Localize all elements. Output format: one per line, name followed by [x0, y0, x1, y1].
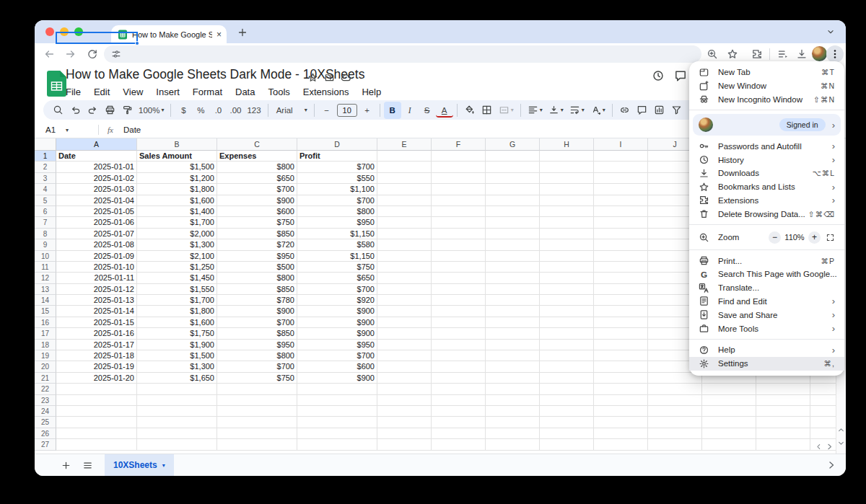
cell-F6[interactable]: [432, 206, 486, 217]
cell-D16[interactable]: $900: [297, 317, 377, 328]
cell-K27[interactable]: [702, 439, 756, 450]
cell-A1[interactable]: Date: [56, 151, 137, 162]
cell-F1[interactable]: [432, 151, 486, 162]
text-color-button[interactable]: A: [436, 105, 453, 118]
zoom-out-button[interactable]: −: [769, 231, 781, 244]
sheets-menu-data[interactable]: Data: [229, 86, 261, 99]
cell-G8[interactable]: [486, 229, 540, 239]
extensions-puzzle-icon[interactable]: [751, 48, 763, 60]
row-header-6[interactable]: 6: [35, 206, 56, 217]
cell-H8[interactable]: [540, 229, 594, 239]
menu-item-history[interactable]: History›: [689, 153, 844, 167]
cell-E1[interactable]: [377, 151, 432, 162]
cell-H7[interactable]: [540, 217, 594, 228]
cell-F2[interactable]: [432, 162, 486, 172]
cell-A26[interactable]: [56, 428, 137, 439]
cell-F18[interactable]: [432, 340, 486, 350]
cell-E4[interactable]: [377, 184, 432, 195]
cell-F20[interactable]: [432, 361, 486, 372]
cell-I11[interactable]: [594, 262, 648, 273]
cell-E21[interactable]: [377, 373, 432, 384]
cell-A4[interactable]: 2025-01-03: [56, 184, 137, 195]
cell-C23[interactable]: [217, 395, 297, 406]
cell-H25[interactable]: [540, 417, 594, 428]
cell-C6[interactable]: $600: [217, 206, 297, 217]
cell-J27[interactable]: [648, 439, 702, 450]
select-all-corner[interactable]: [35, 138, 56, 151]
cell-D17[interactable]: $900: [297, 328, 377, 339]
cell-C24[interactable]: [217, 406, 297, 417]
cell-I21[interactable]: [594, 373, 648, 384]
cell-I3[interactable]: [594, 173, 648, 184]
name-box[interactable]: A1▾: [35, 125, 98, 134]
cell-A24[interactable]: [56, 406, 137, 417]
cell-A13[interactable]: 2025-01-12: [56, 284, 137, 295]
cell-E16[interactable]: [377, 317, 432, 328]
cell-A17[interactable]: 2025-01-16: [56, 328, 137, 339]
cell-A16[interactable]: 2025-01-15: [56, 317, 137, 328]
cell-J26[interactable]: [648, 428, 702, 439]
cell-E8[interactable]: [377, 229, 432, 239]
cell-C4[interactable]: $700: [217, 184, 297, 195]
cell-A9[interactable]: 2025-01-08: [56, 239, 137, 250]
cell-C12[interactable]: $800: [217, 273, 297, 283]
italic-button[interactable]: I: [401, 102, 419, 119]
cell-A6[interactable]: 2025-01-05: [56, 206, 137, 217]
text-wrap-icon-button[interactable]: ▾: [567, 102, 587, 119]
sheets-menu-view[interactable]: View: [116, 86, 149, 99]
cell-C20[interactable]: $700: [217, 361, 297, 372]
cell-H18[interactable]: [540, 340, 594, 350]
cell-H12[interactable]: [540, 273, 594, 283]
cell-G23[interactable]: [486, 395, 540, 406]
cell-E20[interactable]: [377, 361, 432, 372]
cell-G12[interactable]: [486, 273, 540, 283]
cell-C27[interactable]: [217, 439, 297, 450]
cell-B3[interactable]: $1,200: [137, 173, 217, 184]
menu-item-print[interactable]: Print...⌘P: [689, 254, 844, 268]
cell-E14[interactable]: [377, 295, 432, 306]
cell-E12[interactable]: [377, 273, 432, 283]
cell-G14[interactable]: [486, 295, 540, 306]
cell-H27[interactable]: [540, 439, 594, 450]
sheets-menu-extensions[interactable]: Extensions: [297, 86, 356, 99]
cell-H10[interactable]: [540, 251, 594, 262]
bookmark-star-icon[interactable]: [727, 48, 738, 60]
increase-font-size-button[interactable]: +: [359, 102, 376, 119]
cell-G7[interactable]: [486, 217, 540, 228]
downloads-icon[interactable]: [796, 48, 808, 60]
cell-I24[interactable]: [594, 406, 648, 417]
cell-B10[interactable]: $2,100: [137, 251, 217, 262]
cell-C16[interactable]: $700: [217, 317, 297, 328]
cell-C21[interactable]: $750: [217, 373, 297, 384]
cell-D6[interactable]: $800: [297, 206, 377, 217]
cell-I8[interactable]: [594, 229, 648, 239]
menu-item-settings[interactable]: Settings⌘,: [689, 357, 844, 371]
cell-C15[interactable]: $900: [217, 306, 297, 317]
borders-icon-button[interactable]: [478, 102, 496, 119]
cell-F11[interactable]: [432, 262, 486, 273]
cell-F9[interactable]: [432, 239, 486, 250]
cell-E18[interactable]: [377, 340, 432, 350]
cell-H15[interactable]: [540, 306, 594, 317]
menu-item-save-and-share[interactable]: Save and Share›: [689, 308, 844, 322]
cell-B17[interactable]: $1,750: [137, 328, 217, 339]
cell-D7[interactable]: $950: [297, 217, 377, 228]
cell-E22[interactable]: [377, 384, 432, 394]
sheets-menu-help[interactable]: Help: [355, 86, 388, 99]
cell-H26[interactable]: [540, 428, 594, 439]
cell-G1[interactable]: [486, 151, 540, 162]
cell-E27[interactable]: [377, 439, 432, 450]
row-header-25[interactable]: 25: [35, 417, 56, 428]
cell-G3[interactable]: [486, 173, 540, 184]
cell-I14[interactable]: [594, 295, 648, 306]
cell-C3[interactable]: $650: [217, 173, 297, 184]
cell-G25[interactable]: [486, 417, 540, 428]
row-header-10[interactable]: 10: [35, 251, 56, 262]
cell-K25[interactable]: [702, 417, 756, 428]
cell-I22[interactable]: [594, 384, 648, 394]
star-document-icon[interactable]: [307, 72, 318, 83]
cell-D27[interactable]: [297, 439, 377, 450]
cell-D21[interactable]: $900: [297, 373, 377, 384]
cell-E24[interactable]: [377, 406, 432, 417]
cell-D25[interactable]: [297, 417, 377, 428]
